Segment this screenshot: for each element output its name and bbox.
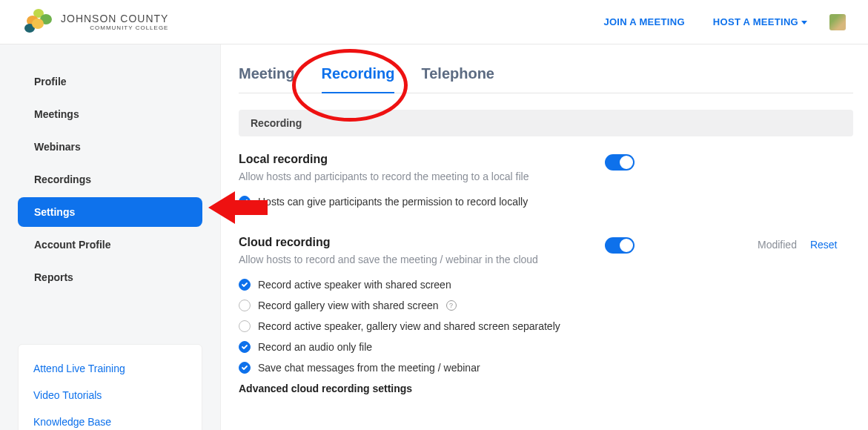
sidebar-item-label: Meetings	[34, 108, 79, 120]
avatar[interactable]	[829, 14, 846, 30]
reset-link[interactable]: Reset	[810, 239, 838, 251]
main-content: Meeting Recording Telephone Recording Lo…	[221, 44, 868, 430]
svg-point-4	[32, 19, 44, 29]
setting-local-recording: Local recording Allow hosts and particip…	[239, 153, 853, 208]
logo-subtitle: COMMUNITY COLLEGE	[61, 25, 168, 31]
sidebar-link-label: Knowledge Base	[33, 416, 111, 428]
section-header: Recording	[239, 110, 853, 136]
sidebar-link-live-training[interactable]: Attend Live Training	[33, 355, 187, 382]
sidebar-item-label: Account Profile	[34, 239, 110, 251]
sidebar-help-box: Attend Live Training Video Tutorials Kno…	[18, 344, 202, 430]
checkbox-icon[interactable]	[239, 362, 251, 374]
sidebar-link-video-tutorials[interactable]: Video Tutorials	[33, 382, 187, 408]
info-icon[interactable]: ?	[446, 300, 457, 311]
sidebar-link-label: Attend Live Training	[33, 363, 125, 374]
setting-description: Allow hosts and participants to record t…	[239, 171, 594, 182]
option-label: Save chat messages from the meeting / we…	[258, 362, 480, 374]
host-meeting-link[interactable]: HOST A MEETING	[713, 16, 807, 27]
option-save-chat: Save chat messages from the meeting / we…	[239, 362, 853, 374]
tab-label: Meeting	[239, 65, 295, 82]
sidebar-item-profile[interactable]: Profile	[18, 67, 202, 96]
logo[interactable]: JOHNSON COUNTY COMMUNITY COLLEGE	[22, 9, 168, 36]
sidebar-item-label: Profile	[34, 76, 67, 87]
app-header: JOHNSON COUNTY COMMUNITY COLLEGE JOIN A …	[0, 0, 868, 44]
settings-tabs: Meeting Recording Telephone	[239, 65, 853, 93]
sidebar-item-label: Webinars	[34, 141, 81, 153]
tab-telephone[interactable]: Telephone	[421, 65, 494, 93]
option-label: Record an audio only file	[258, 341, 372, 353]
sidebar-item-recordings[interactable]: Recordings	[18, 165, 202, 194]
checkbox-icon[interactable]	[239, 341, 251, 353]
checkbox-icon[interactable]	[239, 279, 251, 291]
option-label: Record gallery view with shared screen	[258, 300, 439, 311]
toggle-local-recording[interactable]	[605, 154, 635, 171]
tab-label: Telephone	[421, 65, 494, 82]
logo-title: JOHNSON COUNTY	[61, 13, 168, 24]
checkbox-icon[interactable]	[239, 300, 251, 311]
sidebar-item-webinars[interactable]: Webinars	[18, 132, 202, 162]
sidebar-item-meetings[interactable]: Meetings	[18, 99, 202, 129]
sidebar-link-label: Video Tutorials	[33, 389, 102, 401]
tab-label: Recording	[322, 65, 395, 82]
join-meeting-label: JOIN A MEETING	[603, 16, 684, 27]
sidebar-item-label: Reports	[34, 271, 73, 283]
chevron-down-icon	[801, 21, 807, 24]
toggle-cloud-recording[interactable]	[605, 237, 635, 254]
advanced-settings-heading: Advanced cloud recording settings	[239, 383, 853, 394]
sidebar-item-reports[interactable]: Reports	[18, 262, 202, 292]
modified-label: Modified	[758, 239, 797, 251]
setting-title: Local recording	[239, 153, 853, 166]
logo-text: JOHNSON COUNTY COMMUNITY COLLEGE	[61, 13, 168, 31]
join-meeting-link[interactable]: JOIN A MEETING	[603, 16, 684, 27]
option-label: Record active speaker with shared screen	[258, 279, 451, 291]
tab-meeting[interactable]: Meeting	[239, 65, 295, 93]
setting-cloud-recording: Cloud recording Allow hosts to record an…	[239, 236, 853, 394]
sidebar-item-settings[interactable]: Settings	[18, 197, 202, 227]
option-label: Record active speaker, gallery view and …	[258, 320, 560, 332]
setting-description: Allow hosts to record and save the meeti…	[239, 254, 594, 265]
sidebar: Profile Meetings Webinars Recordings Set…	[0, 44, 221, 430]
logo-icon	[22, 9, 55, 36]
checkbox-icon[interactable]	[239, 320, 251, 332]
option-label: Hosts can give participants the permissi…	[258, 196, 528, 208]
option-record-gallery-view: Record gallery view with shared screen ?	[239, 300, 853, 311]
option-hosts-grant-permission: Hosts can give participants the permissi…	[239, 196, 853, 208]
sidebar-item-account-profile[interactable]: Account Profile	[18, 230, 202, 259]
tab-recording[interactable]: Recording	[322, 65, 395, 93]
host-meeting-label: HOST A MEETING	[713, 16, 798, 27]
option-record-audio-only: Record an audio only file	[239, 341, 853, 353]
sidebar-item-label: Recordings	[34, 173, 91, 185]
sidebar-item-label: Settings	[34, 206, 75, 218]
option-record-active-speaker: Record active speaker with shared screen	[239, 279, 853, 291]
sidebar-link-knowledge-base[interactable]: Knowledge Base	[33, 408, 187, 430]
checkbox-icon[interactable]	[239, 196, 251, 208]
option-record-separately: Record active speaker, gallery view and …	[239, 320, 853, 332]
